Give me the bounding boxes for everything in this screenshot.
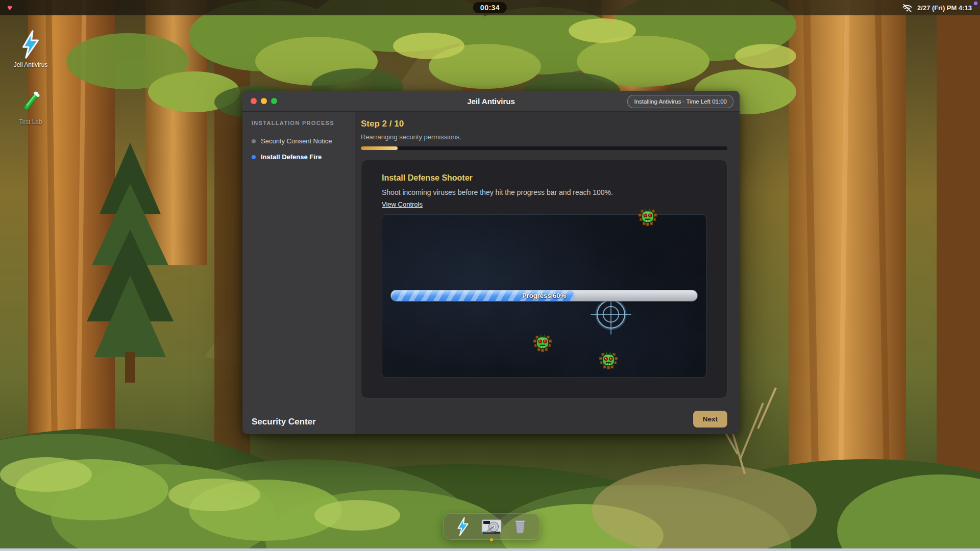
window-titlebar[interactable]: Jeil Antivirus Installing Antivirus · Ti… — [242, 91, 740, 112]
desktop-icon-test-lab[interactable]: Test Lab — [6, 88, 55, 126]
game-progress-bar: Progress 60% — [390, 290, 698, 302]
traffic-lights — [251, 91, 277, 111]
virus-sprite[interactable] — [638, 207, 657, 226]
dock-item-hard-drive[interactable] — [481, 516, 502, 537]
step-item-label: Install Defense Fire — [261, 153, 322, 161]
record-indicator-dot — [974, 2, 977, 5]
desktop-icon-jeil-antivirus[interactable]: Jeil Antivirus — [6, 30, 55, 68]
lightning-bolt-icon — [20, 30, 41, 59]
jeil-antivirus-window: Jeil Antivirus Installing Antivirus · Ti… — [242, 91, 740, 434]
security-center-label: Security Center — [242, 417, 355, 427]
view-controls-link[interactable]: View Controls — [382, 201, 423, 208]
bottom-window-edge — [0, 548, 980, 551]
wifi-off-icon — [902, 4, 913, 12]
game-description: Shoot incoming viruses before they hit t… — [382, 188, 706, 196]
step-item-label: Security Consent Notice — [261, 137, 332, 145]
installation-progress-track — [361, 146, 727, 150]
step-subtitle: Rearranging security permissions. — [361, 133, 727, 141]
dock-item-trash[interactable] — [510, 516, 530, 537]
dock — [443, 513, 540, 540]
countdown-timer: 00:34 — [473, 2, 507, 13]
sidebar-header: INSTALLATION PROCESS — [242, 120, 355, 126]
dock-item-antivirus[interactable] — [453, 516, 473, 537]
game-canvas[interactable]: Progress 60% — [382, 214, 706, 378]
minimize-button[interactable] — [261, 98, 267, 104]
desktop-icon-label: Test Lab — [19, 118, 42, 126]
step-status-dot — [252, 139, 256, 143]
desktop: ♥ 00:34 2/27 (Fri) PM 4:13 Jeil Antiviru… — [0, 0, 980, 551]
virus-sprite[interactable] — [599, 350, 618, 369]
step-progress-fill — [361, 146, 398, 150]
defense-shooter-panel: Install Defense Shooter Shoot incoming v… — [361, 160, 727, 398]
sidebar-steps: Security Consent Notice Install Defense … — [242, 133, 355, 165]
main-content: Step 2 / 10 Rearranging security permiss… — [355, 112, 740, 434]
step-title: Step 2 / 10 — [361, 119, 727, 129]
window-title: Jeil Antivirus — [467, 97, 515, 106]
installation-sidebar: INSTALLATION PROCESS Security Consent No… — [242, 112, 355, 434]
sidebar-step-item[interactable]: Install Defense Fire — [242, 149, 355, 165]
menu-bar-status[interactable]: 2/27 (Fri) PM 4:13 — [902, 0, 972, 15]
install-status-pill: Installing Antivirus · Time Left 01:00 — [627, 95, 733, 108]
next-button[interactable]: Next — [693, 411, 727, 428]
sidebar-step-item[interactable]: Security Consent Notice — [242, 133, 355, 149]
desktop-icon-label: Jeil Antivirus — [14, 61, 48, 68]
hard-drive-icon — [481, 518, 502, 535]
step-status-dot — [252, 155, 256, 159]
game-progress-label: Progress 60% — [391, 290, 697, 301]
zoom-button[interactable] — [271, 98, 277, 104]
heart-icon: ♥ — [7, 4, 12, 12]
test-tube-icon — [18, 88, 43, 116]
close-button[interactable] — [251, 98, 257, 104]
game-title: Install Defense Shooter — [382, 173, 706, 183]
dock-active-indicator — [490, 538, 493, 541]
virus-sprite[interactable] — [533, 333, 552, 352]
menu-bar: ♥ 00:34 2/27 (Fri) PM 4:13 — [0, 0, 980, 15]
heart-menu-item[interactable]: ♥ — [7, 0, 12, 15]
lightning-bolt-icon — [456, 517, 470, 536]
trash-icon — [513, 518, 527, 535]
menu-datetime: 2/27 (Fri) PM 4:13 — [917, 4, 972, 12]
